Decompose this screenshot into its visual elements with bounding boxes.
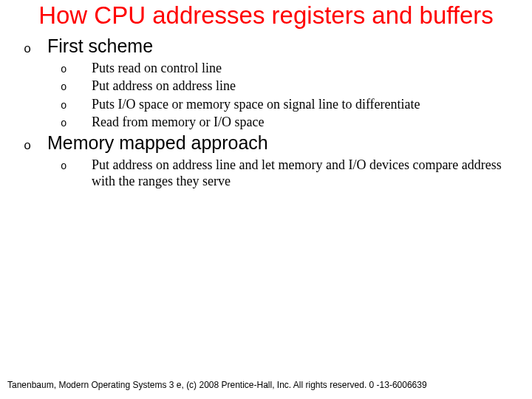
list-item-text: Read from memory or I/O space <box>92 114 286 131</box>
list-item: o Puts read on control line <box>61 60 525 77</box>
list-item-text: Puts read on control line <box>92 60 244 77</box>
list-item-text: Put address on address line and let memo… <box>92 157 525 190</box>
bullet-icon: o <box>61 81 92 93</box>
bullet-icon: o <box>61 100 92 112</box>
section-heading-text: Memory mapped approach <box>47 132 268 154</box>
bullet-icon: o <box>61 160 92 172</box>
list-item: o Read from memory or I/O space <box>61 114 525 131</box>
list-item: o Put address on address line and let me… <box>61 157 525 190</box>
bullet-icon: o <box>22 42 47 56</box>
list-item: o Puts I/O space or memory space on sign… <box>61 96 525 113</box>
list-item-text: Put address on address line <box>92 78 258 95</box>
bullet-icon: o <box>22 139 47 153</box>
list-item-text: Puts I/O space or memory space on signal… <box>92 96 443 113</box>
list-item: o Put address on address line <box>61 78 525 95</box>
slide-content: o First scheme o Puts read on control li… <box>0 30 532 190</box>
bullet-icon: o <box>61 117 92 129</box>
footer-citation: Tanenbaum, Modern Operating Systems 3 e,… <box>7 380 427 390</box>
section-heading: o First scheme <box>22 35 525 57</box>
slide-title: How CPU addresses registers and buffers <box>0 0 532 30</box>
bullet-icon: o <box>61 64 92 75</box>
section-heading-text: First scheme <box>47 35 153 57</box>
section-heading: o Memory mapped approach <box>22 132 525 154</box>
slide: How CPU addresses registers and buffers … <box>0 0 532 399</box>
